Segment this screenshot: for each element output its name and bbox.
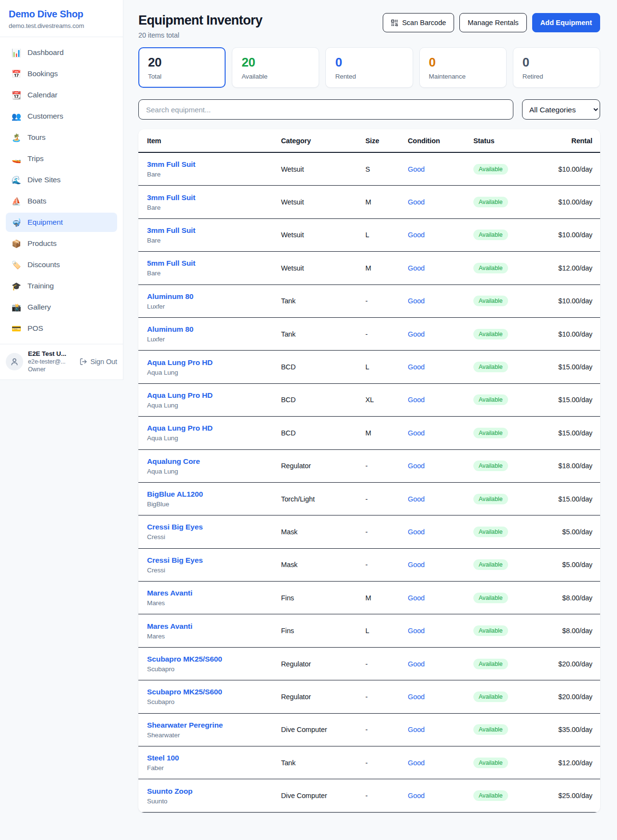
stat-card-rented[interactable]: 0 Rented xyxy=(325,47,413,88)
size-cell: - xyxy=(365,693,408,701)
status-cell: Available xyxy=(473,758,547,768)
item-cell: 3mm Full Suit Bare xyxy=(147,226,281,244)
category-cell: Wetsuit xyxy=(281,231,365,239)
condition-link[interactable]: Good xyxy=(408,627,473,635)
sidebar-item-equipment[interactable]: 🤿 Equipment xyxy=(6,213,117,232)
stat-card-available[interactable]: 20 Available xyxy=(232,47,319,88)
sidebar-item-label: Gallery xyxy=(27,303,51,312)
item-link[interactable]: Aqua Lung Pro HD xyxy=(147,424,213,432)
status-badge: Available xyxy=(473,230,508,240)
condition-link[interactable]: Good xyxy=(408,198,473,206)
condition-link[interactable]: Good xyxy=(408,528,473,536)
status-cell: Available xyxy=(473,527,547,537)
sidebar-item-boats[interactable]: ⛵ Boats xyxy=(6,191,117,211)
item-link[interactable]: 3mm Full Suit xyxy=(147,226,195,234)
item-link[interactable]: Scubapro MK25/S600 xyxy=(147,655,222,663)
size-cell: - xyxy=(365,330,408,338)
sidebar-item-customers[interactable]: 👥 Customers xyxy=(6,107,117,126)
main-content: Equipment Inventory 20 items total Scan … xyxy=(138,0,600,828)
sidebar-item-products[interactable]: 📦 Products xyxy=(6,234,117,253)
item-link[interactable]: Aluminum 80 xyxy=(147,325,193,333)
item-link[interactable]: Suunto Zoop xyxy=(147,787,192,795)
item-link[interactable]: Aluminum 80 xyxy=(147,292,193,300)
sidebar-item-pos[interactable]: 💳 POS xyxy=(6,319,117,338)
item-link[interactable]: Mares Avanti xyxy=(147,589,192,597)
item-link[interactable]: BigBlue AL1200 xyxy=(147,490,203,498)
manage-rentals-button[interactable]: Manage Rentals xyxy=(459,13,527,32)
sidebar-item-dashboard[interactable]: 📊 Dashboard xyxy=(6,43,117,62)
sidebar-item-dive-sites[interactable]: 🌊 Dive Sites xyxy=(6,170,117,190)
item-link[interactable]: Shearwater Peregrine xyxy=(147,721,223,729)
item-link[interactable]: 3mm Full Suit xyxy=(147,160,195,168)
sidebar: Demo Dive Shop demo.test.divestreams.com… xyxy=(0,0,123,380)
stat-card-maintenance[interactable]: 0 Maintenance xyxy=(419,47,507,88)
sidebar-item-trips[interactable]: 🚤 Trips xyxy=(6,149,117,168)
sidebar-item-label: Customers xyxy=(27,112,63,121)
item-link[interactable]: Aqualung Core xyxy=(147,457,200,465)
item-brand: Shearwater xyxy=(147,732,281,739)
condition-link[interactable]: Good xyxy=(408,561,473,569)
sidebar-item-tours[interactable]: 🏝️ Tours xyxy=(6,128,117,147)
condition-link[interactable]: Good xyxy=(408,297,473,305)
status-badge: Available xyxy=(473,691,508,702)
table-row: 5mm Full Suit Bare Wetsuit M Good Availa… xyxy=(138,252,600,285)
condition-link[interactable]: Good xyxy=(408,165,473,173)
page-header: Equipment Inventory 20 items total Scan … xyxy=(138,13,600,39)
table-row: Aqua Lung Pro HD Aqua Lung BCD M Good Av… xyxy=(138,417,600,449)
stat-card-retired[interactable]: 0 Retired xyxy=(513,47,600,88)
condition-link[interactable]: Good xyxy=(408,792,473,799)
status-cell: Available xyxy=(473,659,547,669)
condition-link[interactable]: Good xyxy=(408,264,473,272)
scan-barcode-button[interactable]: Scan Barcode xyxy=(383,13,454,32)
category-select[interactable]: All Categories xyxy=(522,99,600,120)
size-cell: - xyxy=(365,462,408,470)
condition-link[interactable]: Good xyxy=(408,429,473,437)
item-link[interactable]: Mares Avanti xyxy=(147,622,192,630)
sidebar-item-bookings[interactable]: 📅 Bookings xyxy=(6,64,117,83)
condition-link[interactable]: Good xyxy=(408,594,473,602)
item-cell: Suunto Zoop Suunto xyxy=(147,787,281,805)
condition-link[interactable]: Good xyxy=(408,660,473,668)
item-cell: Aqua Lung Pro HD Aqua Lung xyxy=(147,358,281,376)
stat-card-total[interactable]: 20 Total xyxy=(138,47,226,88)
add-equipment-button[interactable]: Add Equipment xyxy=(532,13,600,32)
item-link[interactable]: Cressi Big Eyes xyxy=(147,556,203,564)
status-cell: Available xyxy=(473,197,547,207)
sign-out-button[interactable]: Sign Out xyxy=(80,358,117,366)
item-brand: Aqua Lung xyxy=(147,468,281,475)
condition-link[interactable]: Good xyxy=(408,495,473,503)
sidebar-item-calendar[interactable]: 📆 Calendar xyxy=(6,85,117,105)
sidebar-item-training[interactable]: 🎓 Training xyxy=(6,276,117,296)
search-input[interactable] xyxy=(138,99,513,120)
condition-link[interactable]: Good xyxy=(408,726,473,733)
sidebar-item-label: Training xyxy=(27,282,54,290)
item-link[interactable]: Scubapro MK25/S600 xyxy=(147,688,222,696)
condition-link[interactable]: Good xyxy=(408,693,473,701)
item-link[interactable]: Aqua Lung Pro HD xyxy=(147,358,213,366)
table-row: Scubapro MK25/S600 Scubapro Regulator - … xyxy=(138,648,600,680)
condition-link[interactable]: Good xyxy=(408,231,473,239)
item-cell: Aqualung Core Aqua Lung xyxy=(147,457,281,475)
sidebar-item-discounts[interactable]: 🏷️ Discounts xyxy=(6,255,117,274)
size-cell: - xyxy=(365,528,408,536)
condition-link[interactable]: Good xyxy=(408,759,473,767)
condition-link[interactable]: Good xyxy=(408,363,473,371)
category-cell: Tank xyxy=(281,330,365,338)
size-cell: - xyxy=(365,792,408,799)
item-link[interactable]: 5mm Full Suit xyxy=(147,259,195,267)
condition-link[interactable]: Good xyxy=(408,330,473,338)
category-cell: Torch/Light xyxy=(281,495,365,503)
status-badge: Available xyxy=(473,296,508,306)
item-link[interactable]: Cressi Big Eyes xyxy=(147,523,203,531)
size-cell: L xyxy=(365,363,408,371)
item-link[interactable]: Steel 100 xyxy=(147,754,179,762)
item-brand: Cressi xyxy=(147,567,281,574)
sidebar-item-gallery[interactable]: 📸 Gallery xyxy=(6,298,117,317)
condition-link[interactable]: Good xyxy=(408,462,473,470)
user-meta: E2E Test U... e2e-tester@... Owner xyxy=(28,350,75,373)
condition-link[interactable]: Good xyxy=(408,396,473,404)
item-link[interactable]: Aqua Lung Pro HD xyxy=(147,391,213,399)
sidebar-item-label: POS xyxy=(27,324,43,333)
rental-cell: $8.00/day xyxy=(547,594,592,602)
item-link[interactable]: 3mm Full Suit xyxy=(147,193,195,202)
